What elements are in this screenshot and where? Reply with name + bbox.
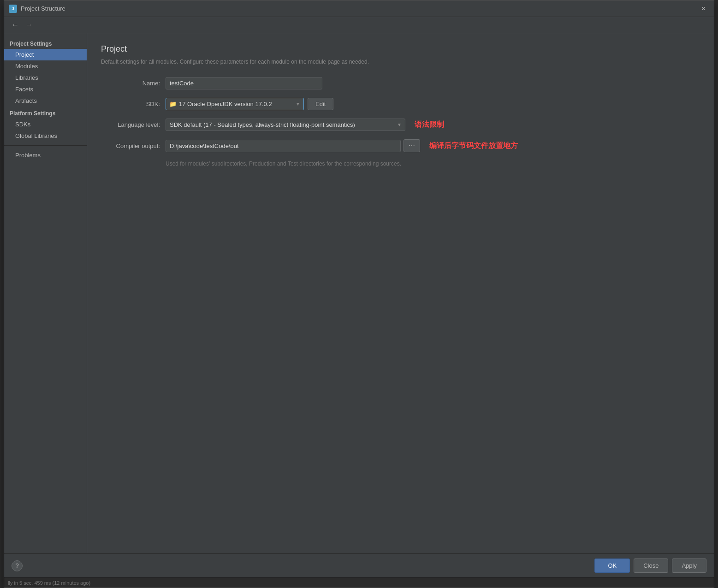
sidebar-artifacts-label: Artifacts bbox=[15, 97, 37, 104]
sidebar-item-artifacts[interactable]: Artifacts bbox=[4, 95, 87, 107]
sidebar: Project Settings Project Modules Librari… bbox=[4, 33, 87, 553]
sidebar-sdks-label: SDKs bbox=[15, 121, 30, 128]
language-label: Language level: bbox=[101, 121, 166, 128]
status-bar: lly in 5 sec. 459 ms (12 minutes ago) bbox=[4, 577, 714, 588]
browse-button[interactable]: ⋯ bbox=[404, 139, 420, 152]
language-select-wrapper: SDK default (17 - Sealed types, always-s… bbox=[166, 119, 405, 131]
content-description: Default settings for all modules. Config… bbox=[101, 58, 700, 66]
compiler-label: Compiler output: bbox=[101, 143, 166, 149]
bottom-right: OK Close Apply bbox=[594, 558, 706, 573]
sdk-row: SDK: 📁 17 Oracle OpenJDK version 17.0.2 … bbox=[101, 98, 700, 110]
compiler-hint: Used for modules' subdirectories, Produc… bbox=[166, 160, 700, 167]
sidebar-facets-label: Facets bbox=[15, 86, 33, 93]
svg-text:J: J bbox=[12, 6, 14, 11]
sidebar-item-project[interactable]: Project bbox=[4, 49, 87, 60]
language-select[interactable]: SDK default (17 - Sealed types, always-s… bbox=[166, 119, 405, 131]
sidebar-item-problems[interactable]: Problems bbox=[4, 149, 87, 161]
sidebar-item-libraries[interactable]: Libraries bbox=[4, 72, 87, 83]
status-text: lly in 5 sec. 459 ms (12 minutes ago) bbox=[8, 580, 90, 586]
ok-button[interactable]: OK bbox=[594, 558, 630, 573]
sidebar-item-modules[interactable]: Modules bbox=[4, 60, 87, 72]
main-content: Project Settings Project Modules Librari… bbox=[4, 33, 714, 553]
sidebar-problems-label: Problems bbox=[15, 152, 41, 159]
close-button[interactable]: Close bbox=[634, 558, 668, 573]
compiler-input[interactable] bbox=[166, 140, 401, 152]
platform-settings-section: Platform Settings bbox=[4, 107, 87, 119]
compiler-annotation: 编译后字节码文件放置地方 bbox=[429, 141, 518, 151]
nav-row: ← → bbox=[4, 17, 714, 33]
sdk-select-wrapper: 📁 17 Oracle OpenJDK version 17.0.2 bbox=[166, 98, 304, 110]
sidebar-libraries-label: Libraries bbox=[15, 74, 38, 81]
sdk-select[interactable]: 17 Oracle OpenJDK version 17.0.2 bbox=[166, 98, 304, 110]
title-bar: J Project Structure × bbox=[4, 0, 714, 17]
name-input[interactable] bbox=[166, 77, 322, 89]
sdk-edit-button[interactable]: Edit bbox=[308, 98, 333, 110]
help-button[interactable]: ? bbox=[12, 560, 23, 571]
sidebar-item-global-libraries[interactable]: Global Libraries bbox=[4, 130, 87, 142]
content-title: Project bbox=[101, 44, 700, 54]
language-level-annotation: 语法限制 bbox=[415, 120, 444, 130]
content-panel: Project Default settings for all modules… bbox=[87, 33, 714, 553]
forward-arrow[interactable]: → bbox=[23, 20, 36, 30]
language-row: Language level: SDK default (17 - Sealed… bbox=[101, 119, 700, 131]
sidebar-project-label: Project bbox=[15, 51, 34, 58]
sidebar-modules-label: Modules bbox=[15, 63, 38, 70]
bottom-left: ? bbox=[12, 560, 23, 571]
back-arrow[interactable]: ← bbox=[9, 20, 22, 30]
sdk-label: SDK: bbox=[101, 101, 166, 107]
apply-button[interactable]: Apply bbox=[672, 558, 706, 573]
browse-icon: ⋯ bbox=[409, 142, 415, 149]
sidebar-item-facets[interactable]: Facets bbox=[4, 83, 87, 95]
dialog-title: Project Structure bbox=[21, 5, 698, 12]
bottom-bar: ? OK Close Apply bbox=[4, 553, 714, 577]
name-row: Name: bbox=[101, 77, 700, 89]
compiler-row: Compiler output: ⋯ 编译后字节码文件放置地方 bbox=[101, 139, 700, 152]
app-icon: J bbox=[9, 5, 17, 13]
close-icon[interactable]: × bbox=[698, 3, 709, 15]
sidebar-item-sdks[interactable]: SDKs bbox=[4, 119, 87, 130]
project-settings-section: Project Settings bbox=[4, 37, 87, 49]
compiler-controls: ⋯ bbox=[166, 139, 420, 152]
sidebar-global-libraries-label: Global Libraries bbox=[15, 132, 57, 139]
name-label: Name: bbox=[101, 80, 166, 87]
sdk-controls: 📁 17 Oracle OpenJDK version 17.0.2 Edit bbox=[166, 98, 333, 110]
